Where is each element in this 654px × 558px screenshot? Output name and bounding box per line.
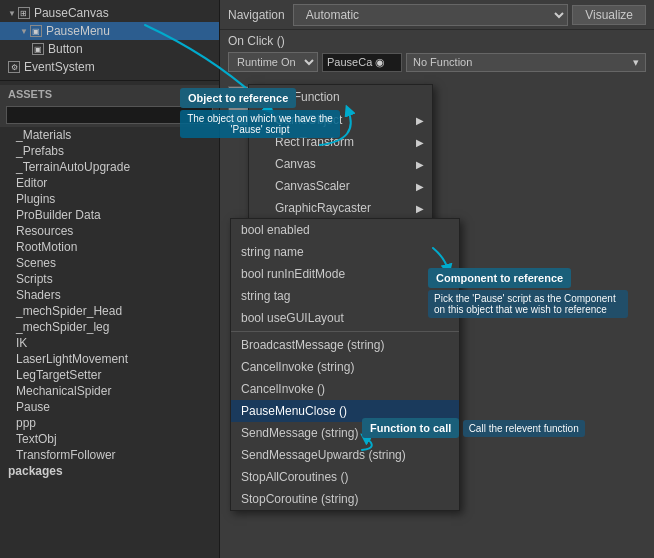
hierarchy-section: ▼ ⊞ PauseCanvas ▼ ▣ PauseMenu ▣ Button ⚙… [0,0,219,81]
sub-item-label: BroadcastMessage (string) [241,338,384,352]
expand-icon: ▼ [8,9,16,18]
sub-item-cancelinvoke-string[interactable]: CancelInvoke (string) [231,356,459,378]
annotation-bubble-object: Object to reference [180,88,296,108]
sub-item-label: bool enabled [241,223,310,237]
hierarchy-item-eventsystem[interactable]: ⚙ EventSystem [0,58,219,76]
dropdown-item-label: Canvas [275,157,316,171]
annotation-sub-object: The object on which we have the 'Pause' … [180,110,340,138]
visualize-button[interactable]: Visualize [572,5,646,25]
project-item-shaders[interactable]: Shaders [0,287,219,303]
project-item-mechanical[interactable]: MechanicalSpider [0,383,219,399]
object-to-reference-annotation: Object to reference The object on which … [180,88,340,138]
sub-item-label: CancelInvoke () [241,382,325,396]
dropdown-item-graphicraycaster[interactable]: GraphicRaycaster ▶ [249,197,432,219]
hierarchy-item-label: Button [48,42,83,56]
sub-item-label: StopAllCoroutines () [241,470,348,484]
project-item-ik[interactable]: IK [0,335,219,351]
project-item-pause[interactable]: Pause [0,399,219,415]
project-item-prefabs[interactable]: _Prefabs [0,143,219,159]
arrow-icon: ▶ [416,159,424,170]
project-item-ppp[interactable]: ppp [0,415,219,431]
sub-item-label: bool useGUILayout [241,311,344,325]
hierarchy-item-label: PauseMenu [46,24,110,38]
no-function-dropdown[interactable]: No Function ▾ [406,53,646,72]
onclick-section: On Click () Runtime On ▾ PauseCa ◉ No Fu… [220,30,654,76]
event-icon: ⚙ [8,61,20,73]
sub-item-stopcoroutine[interactable]: StopCoroutine (string) [231,488,459,510]
project-item-transformfollower[interactable]: TransformFollower [0,447,219,463]
dropdown-item-canvasscaler[interactable]: CanvasScaler ▶ [249,175,432,197]
hierarchy-item-label: EventSystem [24,60,95,74]
project-item-editor[interactable]: Editor [0,175,219,191]
runtime-dropdown[interactable]: Runtime On ▾ [228,52,318,72]
dropdown-item-label: CanvasScaler [275,179,350,193]
hierarchy-item-button[interactable]: ▣ Button [0,40,219,58]
project-item-mechhead[interactable]: _mechSpider_Head [0,303,219,319]
dropdown-item-label: GraphicRaycaster [275,201,371,215]
arrow-icon: ▶ [416,203,424,214]
sub-item-bool-useguilayout[interactable]: bool useGUILayout [231,307,459,329]
sub-item-label: SendMessage (string) [241,426,358,440]
sub-item-label: PauseMenuClose () [241,404,347,418]
project-item-packages[interactable]: packages [0,463,219,479]
left-panel: ▼ ⊞ PauseCanvas ▼ ▣ PauseMenu ▣ Button ⚙… [0,0,220,558]
project-item-resources[interactable]: Resources [0,223,219,239]
sub-item-string-name[interactable]: string name [231,241,459,263]
project-item-mechleg[interactable]: _mechSpider_leg [0,319,219,335]
sub-item-string-tag[interactable]: string tag [231,285,459,307]
annotation-component-sub: Pick the 'Pause' script as the Component… [428,290,628,318]
sub-item-broadcastmessage[interactable]: BroadcastMessage (string) [231,334,459,356]
arrow-icon: ▶ [416,115,424,126]
sub-item-label: bool runInEditMode [241,267,345,281]
nav-bar: Navigation Automatic Visualize [220,0,654,30]
function-to-call-annotation: Function to call Call the relevent funct… [362,418,585,438]
sub-item-label: StopCoroutine (string) [241,492,358,506]
navigation-dropdown[interactable]: Automatic [293,4,568,26]
button-icon: ▣ [32,43,44,55]
component-to-reference-annotation: Component to reference Pick the 'Pause' … [428,268,628,318]
sub-item-cancelinvoke[interactable]: CancelInvoke () [231,378,459,400]
project-item-laser[interactable]: LaserLightMovement [0,351,219,367]
hierarchy-item-label: PauseCanvas [34,6,109,20]
sub-item-label: SendMessageUpwards (string) [241,448,406,462]
sub-item-sendmessageupwards[interactable]: SendMessageUpwards (string) [231,444,459,466]
rect-icon: ▣ [30,25,42,37]
annotation-function-sub: Call the relevent function [463,420,585,437]
hierarchy-item-pausecanvas[interactable]: ▼ ⊞ PauseCanvas [0,4,219,22]
project-item-terrain[interactable]: _TerrainAutoUpgrade [0,159,219,175]
dropdown-item-canvas[interactable]: Canvas ▶ [249,153,432,175]
object-field-value: PauseCa ◉ [327,56,385,69]
onclick-row: Runtime On ▾ PauseCa ◉ No Function ▾ [228,52,646,72]
sub-item-label: string name [241,245,304,259]
sub-dropdown: bool enabled string name bool runInEditM… [230,218,460,511]
onclick-label: On Click () [228,34,646,48]
sub-item-bool-runineditmode[interactable]: bool runInEditMode [231,263,459,285]
project-item-probuilder[interactable]: ProBuilder Data [0,207,219,223]
project-section: Assets _Materials _Prefabs _TerrainAutoU… [0,85,219,479]
project-item-rootmotion[interactable]: RootMotion [0,239,219,255]
sub-item-stopallcoroutines[interactable]: StopAllCoroutines () [231,466,459,488]
project-item-plugins[interactable]: Plugins [0,191,219,207]
project-item-scenes[interactable]: Scenes [0,255,219,271]
expand-icon: ▼ [20,27,28,36]
annotation-component-label: Component to reference [428,268,571,288]
sub-item-label: string tag [241,289,290,303]
arrow-icon: ▶ [416,181,424,192]
arrow-icon: ▶ [416,137,424,148]
project-item-legtarget[interactable]: LegTargetSetter [0,367,219,383]
object-field[interactable]: PauseCa ◉ [322,53,402,72]
canvas-icon: ⊞ [18,7,30,19]
dropdown-arrow-icon: ▾ [633,56,639,69]
project-item-textobj[interactable]: TextObj [0,431,219,447]
navigation-label: Navigation [228,8,285,22]
sub-item-bool-enabled[interactable]: bool enabled [231,219,459,241]
sub-divider [231,331,459,332]
hierarchy-item-pausemenu[interactable]: ▼ ▣ PauseMenu [0,22,219,40]
annotation-function-label: Function to call [362,418,459,438]
sub-item-label: CancelInvoke (string) [241,360,354,374]
no-function-label: No Function [413,56,472,68]
project-item-scripts[interactable]: Scripts [0,271,219,287]
